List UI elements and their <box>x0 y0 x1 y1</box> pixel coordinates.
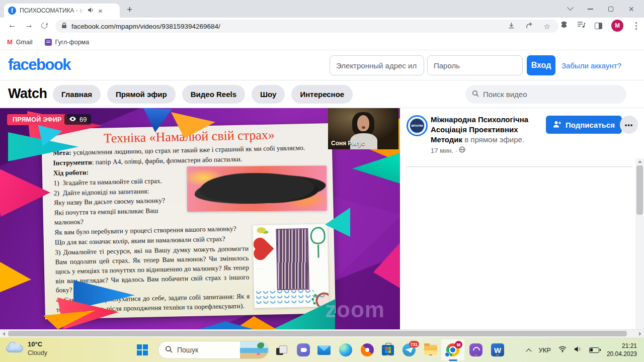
bookmark-gmail[interactable]: M Gmail <box>7 38 33 46</box>
chrome-profile-chevron-icon[interactable] <box>568 4 574 11</box>
drawing-waves <box>255 290 313 295</box>
horizontal-scroll-thumb[interactable] <box>8 331 627 336</box>
tray-overflow-chevron-icon[interactable] <box>526 348 532 354</box>
media-controls-icon[interactable] <box>577 21 586 30</box>
chat-camera-icon <box>297 343 310 356</box>
tab-live[interactable]: Прямой эфир <box>107 85 176 104</box>
bookmark-label: Gmail <box>16 39 33 46</box>
person-plus-icon <box>553 120 561 130</box>
slide-label: Хід роботи: <box>53 168 89 176</box>
window-minimize-button[interactable] <box>588 9 593 10</box>
tab-shows[interactable]: Шоу <box>252 85 285 104</box>
triangle-decoration <box>352 152 400 184</box>
cloud-icon <box>6 345 23 352</box>
taskbar-search-input[interactable] <box>177 346 226 354</box>
tab-home[interactable]: Главная <box>53 85 101 104</box>
browser-toolbar: ← → facebook.com/mpapm/videos/9381593942… <box>0 18 644 34</box>
window-controls: × <box>568 0 644 18</box>
viber-button[interactable] <box>469 343 483 357</box>
screen: f ПСИХОСОМАТИКА - відкри × + × ← → faceb… <box>0 0 644 362</box>
language-indicator[interactable]: УКР <box>538 346 551 354</box>
window-restore-button[interactable] <box>608 7 613 12</box>
drawing-sun <box>257 227 266 233</box>
task-view-button[interactable] <box>275 343 289 357</box>
video-player[interactable]: Техніка «Намалюй свій страх» Мета: усвід… <box>0 108 400 329</box>
chat-button[interactable] <box>296 343 310 357</box>
mail-button[interactable] <box>317 343 331 357</box>
more-options-button[interactable]: ••• <box>620 116 638 134</box>
viewer-count: 69 <box>79 116 87 123</box>
drawing-waves <box>255 300 313 305</box>
subscribe-button[interactable]: Подписаться <box>546 116 622 134</box>
watch-tabs: Главная Прямой эфир Видео Reels Шоу Инте… <box>53 85 353 104</box>
new-tab-button[interactable]: + <box>127 4 132 15</box>
tab-explore[interactable]: Интересное <box>291 85 353 104</box>
store-button[interactable] <box>381 343 395 357</box>
chrome-button[interactable]: M <box>446 343 460 357</box>
bookmark-google-forms[interactable]: Гугл-форма <box>45 39 90 46</box>
tray-time: 21:21 <box>622 342 637 350</box>
side-panel-icon[interactable] <box>595 23 602 29</box>
scroll-up-arrow[interactable] <box>638 160 642 163</box>
mail-icon <box>317 345 331 355</box>
address-bar[interactable]: facebook.com/mpapm/videos/93815939426968… <box>55 20 558 33</box>
tab-audio-icon[interactable] <box>88 6 94 15</box>
video-search-input[interactable] <box>483 90 609 99</box>
video-info-panel: МПАПМ Міжнародна Психологічна Асоціація … <box>400 108 635 329</box>
telegram-button[interactable]: 731 <box>402 343 416 357</box>
facebook-logo[interactable]: facebook <box>8 56 70 74</box>
page-avatar[interactable]: МПАПМ <box>407 115 428 136</box>
back-button[interactable]: ← <box>8 20 17 30</box>
browser-profile-avatar[interactable]: M <box>611 20 623 32</box>
email-field[interactable] <box>330 55 424 75</box>
chrome-active-indicator <box>449 359 457 361</box>
live-suffix: в прямом эфире. <box>462 135 524 144</box>
edge-button[interactable] <box>339 343 353 357</box>
google-forms-icon <box>45 39 52 46</box>
zoom-watermark: zoom <box>325 297 385 322</box>
extensions-puzzle-icon[interactable] <box>560 21 568 31</box>
taskbar-search[interactable] <box>158 341 269 359</box>
forward-button[interactable]: → <box>25 20 33 30</box>
word-button[interactable]: W <box>491 343 505 357</box>
start-button[interactable] <box>137 344 148 355</box>
horizontal-scrollbar[interactable] <box>0 329 644 337</box>
battery-icon[interactable] <box>589 347 599 353</box>
share-icon[interactable] <box>526 22 533 31</box>
antivirus-button[interactable] <box>360 343 374 357</box>
search-icon <box>472 90 479 99</box>
drawing-heart <box>256 240 274 258</box>
antivirus-icon <box>361 343 374 356</box>
password-field[interactable] <box>427 55 523 75</box>
url-text[interactable]: facebook.com/mpapm/videos/93815939426968… <box>71 23 503 30</box>
browser-tab[interactable]: f ПСИХОСОМАТИКА - відкри × <box>4 4 120 18</box>
tab-close-icon[interactable]: × <box>98 7 103 15</box>
bookmark-star-icon[interactable]: ☆ <box>544 23 550 30</box>
scroll-right-arrow[interactable] <box>639 332 641 336</box>
file-explorer-button[interactable] <box>424 343 438 357</box>
tray-date: 20.04.2023 <box>607 350 637 358</box>
post-time: 17 мин. · <box>431 146 465 154</box>
weather-widget[interactable]: 10°C Cloudy <box>6 340 47 357</box>
eye-icon <box>69 116 76 123</box>
drawing-waves <box>255 295 326 300</box>
tab-title: ПСИХОСОМАТИКА - відкри <box>20 7 84 14</box>
wifi-icon[interactable] <box>558 345 567 354</box>
reload-button[interactable] <box>40 22 49 30</box>
download-icon[interactable] <box>508 22 515 31</box>
video-search-box[interactable] <box>465 85 626 104</box>
facebook-header: facebook Вход Забыли аккаунт? <box>0 50 644 80</box>
chrome-icon: M <box>446 343 459 356</box>
chrome-notification-dot <box>445 352 450 357</box>
volume-icon[interactable] <box>574 345 582 354</box>
forgot-account-link[interactable]: Забыли аккаунт? <box>561 61 621 70</box>
window-close-button[interactable]: × <box>628 5 634 14</box>
globe-icon <box>459 146 465 154</box>
tab-reels[interactable]: Видео Reels <box>182 85 245 104</box>
vertical-scroll-thumb[interactable] <box>636 165 643 215</box>
browser-menu-icon[interactable] <box>635 25 637 27</box>
login-button[interactable]: Вход <box>527 55 555 75</box>
scroll-left-arrow[interactable] <box>3 332 5 336</box>
taskbar-clock[interactable]: 21:21 20.04.2023 <box>607 342 637 358</box>
page-name[interactable]: Міжнародна Психологічна Асоціація Проект… <box>431 115 550 145</box>
